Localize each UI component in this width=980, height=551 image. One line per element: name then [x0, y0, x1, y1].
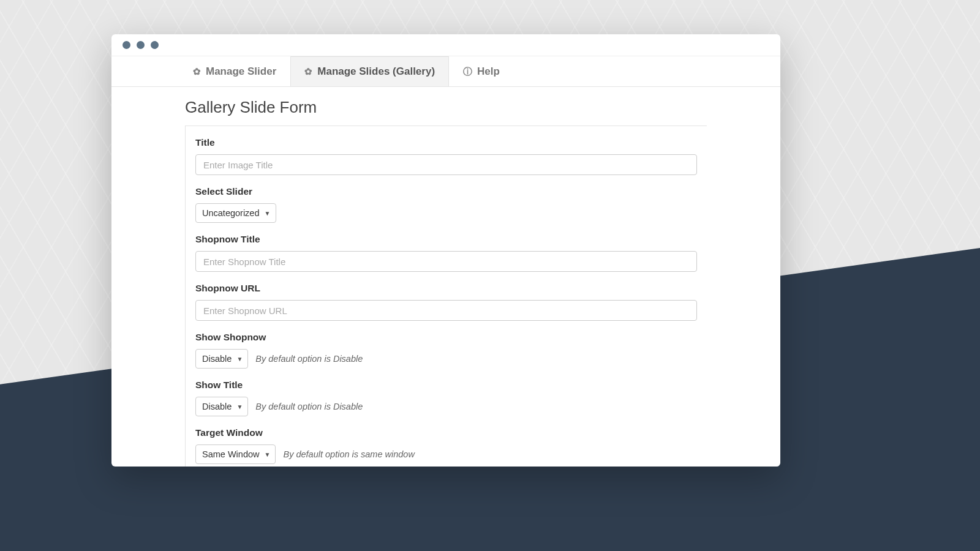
window-titlebar: [111, 34, 780, 56]
chevron-down-icon: ▼: [236, 403, 243, 410]
select-value: Disable: [202, 354, 232, 364]
shopnow-title-label: Shopnow Title: [195, 234, 697, 245]
form-panel: Title Select Slider Uncategorized ▼ Shop…: [185, 126, 707, 467]
field-select-slider: Select Slider Uncategorized ▼: [195, 186, 697, 223]
shopnow-url-input[interactable]: [195, 300, 697, 321]
gear-icon: ✿: [304, 66, 312, 77]
tab-manage-slides[interactable]: ✿ Manage Slides (Gallery): [290, 56, 449, 86]
window-control-close[interactable]: [123, 41, 130, 49]
field-show-shopnow: Show Shopnow Disable ▼ By default option…: [195, 332, 697, 369]
window-control-minimize[interactable]: [137, 41, 145, 49]
select-value: Same Window: [202, 449, 259, 459]
window-control-zoom[interactable]: [151, 41, 159, 49]
field-shopnow-title: Shopnow Title: [195, 234, 697, 272]
target-window-label: Target Window: [195, 427, 697, 438]
tab-manage-slider[interactable]: ✿ Manage Slider: [179, 56, 290, 86]
app-window: ✿ Manage Slider ✿ Manage Slides (Gallery…: [111, 34, 780, 467]
tabs-bar: ✿ Manage Slider ✿ Manage Slides (Gallery…: [111, 56, 780, 87]
show-title-dropdown[interactable]: Disable ▼: [195, 397, 248, 416]
field-shopnow-url: Shopnow URL: [195, 283, 697, 321]
shopnow-url-label: Shopnow URL: [195, 283, 697, 294]
content-area: Gallery Slide Form Title Select Slider U…: [111, 87, 780, 467]
field-show-title: Show Title Disable ▼ By default option i…: [195, 380, 697, 416]
field-target-window: Target Window Same Window ▼ By default o…: [195, 427, 697, 464]
chevron-down-icon: ▼: [265, 451, 271, 458]
tab-label: Manage Slider: [206, 66, 276, 78]
info-icon: ⓘ: [463, 66, 472, 78]
select-value: Uncategorized: [202, 208, 260, 218]
tab-label: Help: [477, 66, 500, 78]
show-title-hint: By default option is Disable: [255, 402, 363, 411]
select-slider-dropdown[interactable]: Uncategorized ▼: [195, 203, 276, 223]
show-shopnow-dropdown[interactable]: Disable ▼: [195, 349, 248, 369]
field-title: Title: [195, 137, 697, 175]
shopnow-title-input[interactable]: [195, 251, 697, 272]
chevron-down-icon: ▼: [265, 210, 271, 217]
title-input[interactable]: [195, 154, 697, 175]
show-shopnow-hint: By default option is Disable: [255, 354, 363, 364]
show-title-label: Show Title: [195, 380, 697, 391]
select-slider-label: Select Slider: [195, 186, 697, 197]
chevron-down-icon: ▼: [236, 356, 243, 362]
title-label: Title: [195, 137, 697, 148]
select-value: Disable: [202, 402, 232, 411]
page-title: Gallery Slide Form: [185, 98, 707, 117]
tab-help[interactable]: ⓘ Help: [449, 56, 514, 86]
target-window-dropdown[interactable]: Same Window ▼: [195, 444, 276, 464]
show-shopnow-label: Show Shopnow: [195, 332, 697, 343]
tab-label: Manage Slides (Gallery): [317, 66, 435, 78]
gear-icon: ✿: [193, 66, 201, 77]
target-window-hint: By default option is same window: [283, 449, 414, 459]
